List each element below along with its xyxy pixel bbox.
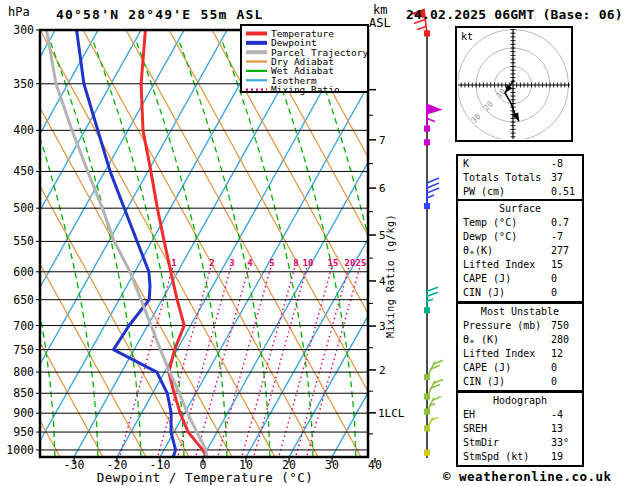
wind-barb [425,140,430,145]
svg-text:850: 850 [13,386,34,400]
table-row: Pressure (mb)750 [460,319,580,333]
table-row: K-8 [460,157,580,171]
row-label: Lifted Index [463,259,535,270]
table-row: SREH13 [460,422,580,436]
hodograph: 102030kt [456,27,572,141]
sounding-page: 3003504004505005506006507007508008509009… [0,0,629,486]
svg-text:20: 20 [345,258,356,268]
table-indices: K-8Totals Totals37PW (cm)0.51 [456,154,584,202]
table-title: Hodograph [460,394,580,408]
asl-unit-label: ASL [369,16,391,30]
row-value: 0 [551,272,557,286]
svg-text:2: 2 [379,364,386,377]
svg-text:350: 350 [13,77,34,91]
table-row: CAPE (J)0 [460,361,580,375]
sounding-curves [47,30,207,456]
table-title: Surface [460,202,580,216]
svg-text:750: 750 [13,343,34,357]
row-label: CIN (J) [463,287,505,298]
svg-text:1000: 1000 [6,443,34,457]
row-value: 0 [551,375,557,389]
table-row: PW (cm)0.51 [460,185,580,199]
row-label: θₑ(K) [463,245,493,256]
row-value: 19 [551,450,563,464]
row-label: K [463,158,469,169]
row-label: θₑ (K) [463,334,499,345]
table-row: EH-4 [460,408,580,422]
row-value: 0 [551,361,557,375]
table-row: Lifted Index15 [460,258,580,272]
table-row: StmSpd (kt)19 [460,450,580,464]
row-value: -4 [551,408,563,422]
km-unit-label: km [373,3,387,17]
row-value: 37 [551,171,563,185]
row-label: SREH [463,423,487,434]
row-label: Dewp (°C) [463,231,517,242]
pressure-unit-label: hPa [8,5,30,19]
row-label: Pressure (mb) [463,320,541,331]
row-value: 13 [551,422,563,436]
copyright: © weatheronline.co.uk [443,469,612,484]
table-row: θₑ(K)277 [460,244,580,258]
svg-text:5: 5 [269,258,274,268]
row-label: Lifted Index [463,348,535,359]
wind-barb-column [413,9,443,458]
svg-text:500: 500 [13,201,34,215]
row-value: -8 [551,157,563,171]
svg-text:650: 650 [13,293,34,307]
row-label: CIN (J) [463,376,505,387]
svg-text:400: 400 [13,123,34,137]
wind-barb [425,178,439,208]
svg-text:900: 900 [13,406,34,420]
legend: TemperatureDewpointParcel TrajectoryDry … [241,25,369,95]
x-axis-label: Dewpoint / Temperature (°C) [40,470,370,485]
table-row: CAPE (J)0 [460,272,580,286]
row-label: StmSpd (kt) [463,451,529,462]
table-surface: SurfaceTemp (°C)0.7Dewp (°C)-7θₑ(K)277Li… [456,199,584,303]
svg-text:600: 600 [13,265,34,279]
pressure-axis-labels: 3003504004505005506006507007508008509009… [6,23,34,457]
row-value: 33° [551,436,569,450]
row-label: Temp (°C) [463,217,517,228]
svg-text:7: 7 [379,134,386,147]
svg-text:550: 550 [13,234,34,248]
row-label: Totals Totals [463,172,541,183]
row-value: 280 [551,333,569,347]
legend-label: Mixing Ratio [271,84,340,95]
table-row: CIN (J)0 [460,286,580,300]
parcel-trajectory-curve [47,30,207,456]
svg-text:8: 8 [293,258,298,268]
row-value: -7 [551,230,563,244]
row-value: 12 [551,347,563,361]
row-label: CAPE (J) [463,362,511,373]
table-row: Totals Totals37 [460,171,580,185]
table-row: Dewp (°C)-7 [460,230,580,244]
page-title: 40°58'N 28°49'E 55m ASL [56,7,264,22]
row-value: 0.7 [551,216,569,230]
lcl-marker: 1LCL [378,407,405,420]
svg-text:450: 450 [13,164,34,178]
wind-barb [425,450,430,455]
mixing-ratio-lines [120,268,359,455]
mixing-ratio-axis-label: Mixing Ratio (g/kg) [385,214,396,338]
table-hodograph: HodographEH-4SREH13StmDir33°StmSpd (kt)1… [456,391,584,467]
svg-text:6: 6 [379,182,386,195]
row-value: 277 [551,244,569,258]
row-label: StmDir [463,437,499,448]
table-row: Lifted Index12 [460,347,580,361]
wind-barb [425,105,440,131]
row-value: 0.51 [551,185,575,199]
svg-text:15: 15 [328,258,339,268]
table-row: θₑ (K)280 [460,333,580,347]
table-row: CIN (J)0 [460,375,580,389]
svg-text:800: 800 [13,365,34,379]
hodograph-unit-label: kt [461,31,473,42]
svg-text:4: 4 [247,258,253,268]
row-value: 15 [551,258,563,272]
row-value: 750 [551,319,569,333]
svg-text:950: 950 [13,425,34,439]
svg-text:40: 40 [368,458,382,472]
table-row: Temp (°C)0.7 [460,216,580,230]
row-label: CAPE (J) [463,273,511,284]
table-most-unstable: Most UnstablePressure (mb)750θₑ (K)280Li… [456,302,584,392]
